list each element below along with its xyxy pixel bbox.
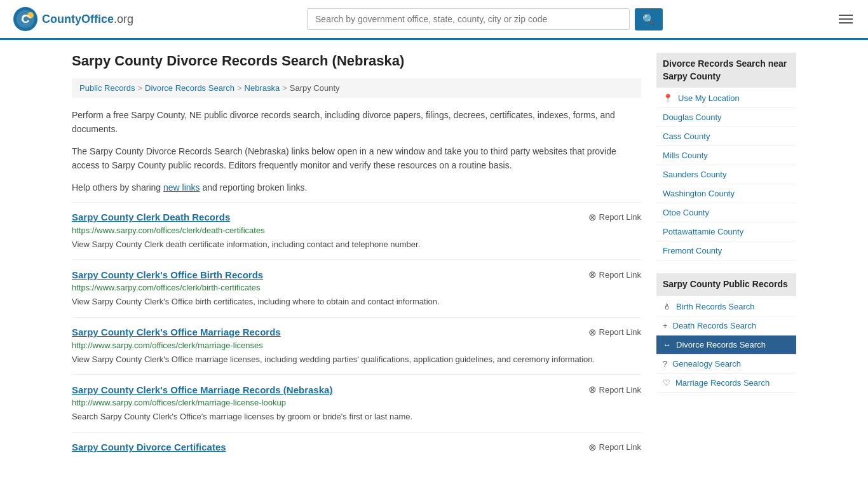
sidebar-public-record-item[interactable]: + Death Records Search [656, 316, 796, 336]
site-header: C CountyOffice.org 🔍 [0, 0, 868, 40]
record-title[interactable]: Sarpy County Clerk's Office Marriage Rec… [72, 384, 332, 395]
new-links-link[interactable]: new links [163, 182, 200, 193]
description-para3: Help others by sharing new links and rep… [72, 180, 641, 194]
page-title: Sarpy County Divorce Records Search (Neb… [72, 53, 641, 69]
sidebar-record-icon: ♡ [663, 378, 670, 388]
search-button[interactable]: 🔍 [635, 8, 663, 30]
sidebar-record-icon: ↔ [663, 340, 671, 349]
sidebar-record-link[interactable]: Birth Records Search [676, 302, 755, 311]
report-icon: ⊗ [588, 269, 597, 280]
county-link[interactable]: Saunders County [663, 170, 726, 179]
sidebar-public-record-item[interactable]: ↔ Divorce Records Search [656, 336, 796, 355]
public-records-title: Sarpy County Public Records [656, 273, 796, 296]
location-icon: 📍 [663, 93, 673, 103]
sidebar-record-icon: ? [663, 359, 667, 369]
county-link[interactable]: Mills County [663, 151, 708, 160]
breadcrumb: Public Records > Divorce Records Search … [72, 78, 641, 98]
report-icon: ⊗ [588, 384, 597, 395]
sidebar-county-item[interactable]: Washington County [656, 184, 796, 203]
record-header: Sarpy County Clerk's Office Birth Record… [72, 269, 641, 280]
record-item: Sarpy County Clerk's Office Birth Record… [72, 259, 641, 317]
sidebar-county-item[interactable]: Pottawattamie County [656, 222, 796, 241]
record-item: Sarpy County Clerk Death Records ⊗ Repor… [72, 202, 641, 260]
record-url[interactable]: https://www.sarpy.com/offices/clerk/birt… [72, 283, 641, 292]
record-url[interactable]: http://www.sarpy.com/offices/clerk/marri… [72, 341, 641, 350]
report-link-label: Report Link [599, 270, 641, 280]
sidebar-county-item[interactable]: Otoe County [656, 203, 796, 222]
content-area: Sarpy County Divorce Records Search (Neb… [72, 53, 641, 464]
report-link[interactable]: ⊗ Report Link [588, 269, 641, 280]
nearby-counties-list: Douglas CountyCass CountyMills CountySau… [656, 108, 796, 261]
sidebar-public-record-item[interactable]: ♡ Marriage Records Search [656, 374, 796, 393]
report-link-label: Report Link [599, 327, 641, 337]
records-list: Sarpy County Clerk Death Records ⊗ Repor… [72, 202, 641, 464]
description-para1: Perform a free Sarpy County, NE public d… [72, 108, 641, 137]
sidebar-public-record-item[interactable]: 🕯 Birth Records Search [656, 297, 796, 316]
report-link-label: Report Link [599, 385, 641, 395]
sidebar-county-item[interactable]: Fremont County [656, 241, 796, 261]
public-records-list: 🕯 Birth Records Search + Death Records S… [656, 297, 796, 393]
record-description: View Sarpy County Clerk's Office birth c… [72, 295, 641, 308]
report-icon: ⊗ [588, 327, 597, 338]
search-icon: 🔍 [642, 14, 655, 25]
sidebar-public-record-item[interactable]: ? Genealogy Search [656, 355, 796, 374]
sidebar-county-item[interactable]: Douglas County [656, 108, 796, 127]
county-link[interactable]: Washington County [663, 189, 735, 198]
sidebar-record-icon: 🕯 [663, 302, 671, 311]
logo-text: CountyOffice.org [42, 13, 133, 26]
record-header: Sarpy County Clerk Death Records ⊗ Repor… [72, 212, 641, 223]
nearby-section: Divorce Records Search near Sarpy County… [656, 53, 796, 261]
sidebar-county-item[interactable]: Saunders County [656, 165, 796, 184]
record-description: View Sarpy County Clerk's Office marriag… [72, 353, 641, 366]
logo[interactable]: C CountyOffice.org [13, 6, 133, 32]
record-item: Sarpy County Clerk's Office Marriage Rec… [72, 317, 641, 375]
use-my-location-link[interactable]: Use My Location [678, 93, 740, 103]
use-my-location[interactable]: 📍 Use My Location [656, 89, 796, 108]
logo-icon: C [13, 6, 38, 32]
menu-button[interactable] [836, 12, 855, 26]
sidebar-record-link[interactable]: Death Records Search [673, 321, 757, 330]
county-link[interactable]: Pottawattamie County [663, 227, 743, 236]
report-link[interactable]: ⊗ Report Link [588, 384, 641, 395]
nearby-section-title: Divorce Records Search near Sarpy County [656, 53, 796, 88]
county-link[interactable]: Fremont County [663, 246, 722, 255]
sidebar-record-link[interactable]: Divorce Records Search [676, 340, 766, 349]
record-url[interactable]: http://www.sarpy.com/offices/clerk/marri… [72, 398, 641, 407]
record-item: Sarpy County Clerk's Office Marriage Rec… [72, 374, 641, 432]
record-title[interactable]: Sarpy County Divorce Certificates [72, 442, 226, 452]
report-link[interactable]: ⊗ Report Link [588, 212, 641, 223]
county-link[interactable]: Cass County [663, 132, 710, 141]
record-title[interactable]: Sarpy County Clerk's Office Marriage Rec… [72, 327, 281, 337]
report-link[interactable]: ⊗ Report Link [588, 442, 641, 453]
report-icon: ⊗ [588, 442, 597, 453]
record-title[interactable]: Sarpy County Clerk's Office Birth Record… [72, 269, 263, 280]
record-url[interactable]: https://www.sarpy.com/offices/clerk/deat… [72, 226, 641, 235]
sidebar-record-link[interactable]: Genealogy Search [672, 359, 741, 369]
breadcrumb-divorce-records-search[interactable]: Divorce Records Search [145, 83, 234, 93]
sidebar-county-item[interactable]: Cass County [656, 127, 796, 146]
report-icon: ⊗ [588, 212, 597, 223]
breadcrumb-current: Sarpy County [290, 83, 340, 93]
main-container: Sarpy County Divorce Records Search (Neb… [59, 40, 809, 477]
search-input[interactable] [307, 8, 630, 30]
record-header: Sarpy County Divorce Certificates ⊗ Repo… [72, 442, 641, 453]
sidebar-record-icon: + [663, 321, 668, 330]
record-header: Sarpy County Clerk's Office Marriage Rec… [72, 384, 641, 395]
record-description: View Sarpy County Clerk death certificat… [72, 238, 641, 251]
report-link-label: Report Link [599, 442, 641, 452]
breadcrumb-nebraska[interactable]: Nebraska [245, 83, 280, 93]
sidebar-county-item[interactable]: Mills County [656, 146, 796, 165]
county-link[interactable]: Douglas County [663, 112, 722, 122]
search-area: 🔍 [307, 8, 663, 30]
sidebar: Divorce Records Search near Sarpy County… [656, 53, 796, 464]
record-item: Sarpy County Divorce Certificates ⊗ Repo… [72, 432, 641, 464]
breadcrumb-public-records[interactable]: Public Records [79, 83, 135, 93]
county-link[interactable]: Otoe County [663, 208, 709, 217]
record-header: Sarpy County Clerk's Office Marriage Rec… [72, 327, 641, 338]
report-link-label: Report Link [599, 212, 641, 222]
sidebar-record-link[interactable]: Marriage Records Search [675, 378, 770, 388]
description-para2: The Sarpy County Divorce Records Search … [72, 144, 641, 173]
report-link[interactable]: ⊗ Report Link [588, 327, 641, 338]
record-title[interactable]: Sarpy County Clerk Death Records [72, 212, 230, 222]
record-description: Search Sarpy County Clerk's Office's mar… [72, 410, 641, 423]
